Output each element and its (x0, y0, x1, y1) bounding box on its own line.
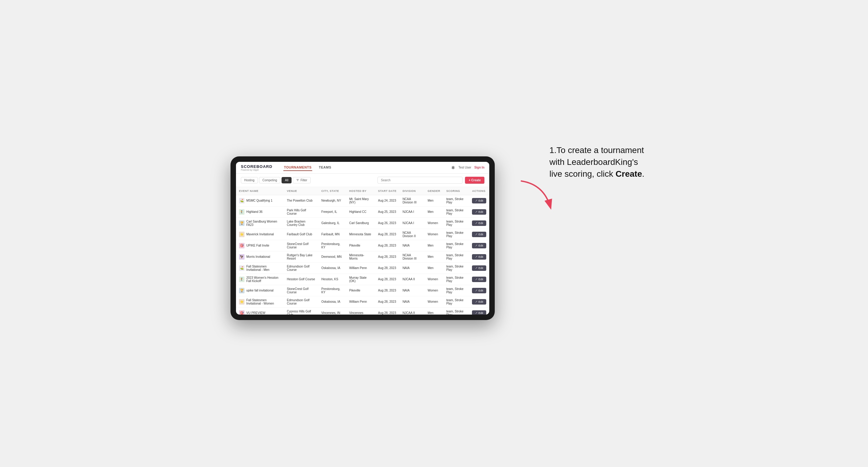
filter-group: Hosting Competing All Filter (241, 177, 311, 183)
event-icon: 🎯 (239, 310, 245, 315)
cell-scoring: team, Stroke Play (443, 296, 469, 307)
logo-sub: Powered by Clippit (241, 169, 272, 171)
pencil-icon (475, 256, 477, 258)
table-header: EVENT NAME VENUE CITY, STATE HOSTED BY S… (236, 187, 489, 195)
cell-division: NCAA Division II (399, 229, 425, 240)
cell-venue: Faribault Golf Club (284, 229, 318, 240)
event-name-text: UPIKE Fall Invite (246, 244, 269, 247)
cell-gender: Men (425, 262, 443, 274)
cell-venue: Lake Bracken Country Club (284, 217, 318, 229)
pencil-icon (475, 267, 477, 269)
cell-division: NJCAA I (399, 206, 425, 217)
cell-division: NAIA (399, 262, 425, 274)
nav-tab-tournaments[interactable]: TOURNAMENTS (283, 164, 312, 171)
event-name-text: Fall Statesmen Invitational - Men (246, 265, 281, 272)
pencil-icon (475, 244, 477, 247)
event-icon: ⛳ (239, 198, 245, 204)
search-input[interactable] (377, 177, 463, 184)
filter-all[interactable]: All (282, 177, 291, 183)
cell-city: Prestonsburg, KY (318, 240, 346, 251)
cell-scoring: team, Stroke Play (443, 251, 469, 262)
edit-button[interactable]: Edit (472, 266, 486, 271)
cell-city: Prestonsburg, KY (318, 285, 346, 296)
cell-hosted: Minnesota State (346, 229, 375, 240)
nav-tab-teams[interactable]: TEAMS (318, 164, 332, 171)
pencil-icon (475, 312, 477, 314)
filter-competing[interactable]: Competing (259, 177, 280, 183)
cell-date: Aug 28, 2023 (375, 274, 400, 285)
cell-scoring: team, Stroke Play (443, 262, 469, 274)
event-icon: 🏆 (239, 220, 245, 226)
cell-scoring: team, Stroke Play (443, 307, 469, 315)
table-row: ⛳ Fall Statesmen Invitational - Men Edmu… (236, 262, 489, 274)
filter-label: Filter (300, 179, 307, 182)
cell-actions: Edit (469, 217, 489, 229)
cell-gender: Men (425, 251, 443, 262)
cell-hosted: Mt. Saint Mary (NY) (346, 195, 375, 206)
cell-date: Aug 28, 2023 (375, 262, 400, 274)
cell-actions: Edit (469, 285, 489, 296)
edit-button[interactable]: Edit (472, 288, 486, 293)
cell-event-name: 🎯 VU PREVIEW (236, 307, 284, 315)
cell-event-name: 🏆 Carl Sandburg Women FA23 (236, 217, 284, 229)
logo-area: SCOREBOARD Powered by Clippit (241, 164, 272, 171)
edit-button[interactable]: Edit (472, 254, 486, 260)
cell-gender: Men (425, 206, 443, 217)
cell-actions: Edit (469, 195, 489, 206)
sign-in-link[interactable]: Sign In (474, 166, 485, 169)
table-row: ⭐ Fall Statesmen Invitational - Women Ed… (236, 296, 489, 307)
edit-button[interactable]: Edit (472, 277, 486, 282)
cell-division: NCAA Division III (399, 251, 425, 262)
edit-button[interactable]: Edit (472, 243, 486, 248)
toolbar: Hosting Competing All Filter (236, 174, 489, 187)
cell-gender: Women (425, 229, 443, 240)
cell-scoring: team, Stroke Play (443, 274, 469, 285)
logo-text: SCOREBOARD (241, 164, 272, 169)
cell-venue: Hesston Golf Course (284, 274, 318, 285)
event-icon: 🎯 (239, 243, 245, 248)
pencil-icon (475, 301, 477, 303)
event-name-text: Morris Invitational (246, 255, 270, 258)
event-icon: 🏌 (239, 209, 245, 215)
cell-division: NJCAA II (399, 307, 425, 315)
event-name-text: MSMC Qualifying 1 (246, 199, 272, 202)
edit-button[interactable]: Edit (472, 220, 486, 226)
edit-button[interactable]: Edit (472, 198, 486, 204)
cell-actions: Edit (469, 274, 489, 285)
tablet-screen: SCOREBOARD Powered by Clippit TOURNAMENT… (236, 162, 489, 315)
table-body: ⛳ MSMC Qualifying 1 The Powelton Club Ne… (236, 195, 489, 315)
cell-date: Aug 28, 2023 (375, 240, 400, 251)
cell-date: Aug 26, 2023 (375, 217, 400, 229)
table-row: 🏆 Carl Sandburg Women FA23 Lake Bracken … (236, 217, 489, 229)
cell-scoring: team, Stroke Play (443, 217, 469, 229)
cell-city: Hesston, KS (318, 274, 346, 285)
settings-icon[interactable] (451, 165, 455, 170)
cell-venue: StoneCrest Golf Course (284, 285, 318, 296)
cell-event-name: ⛳ Fall Statesmen Invitational - Men (236, 262, 284, 274)
col-hosted-by: HOSTED BY (346, 187, 375, 195)
cell-event-name: 🏆 upike fall invitational (236, 285, 284, 296)
cell-city: Faribault, MN (318, 229, 346, 240)
create-button[interactable]: + Create (465, 177, 485, 184)
edit-button[interactable]: Edit (472, 299, 486, 305)
cell-scoring: team, Stroke Play (443, 240, 469, 251)
cell-city: Newburgh, NY (318, 195, 346, 206)
pencil-icon (475, 222, 477, 224)
edit-button[interactable]: Edit (472, 310, 486, 315)
col-event-name: EVENT NAME (236, 187, 284, 195)
event-name-text: Carl Sandburg Women FA23 (246, 220, 281, 226)
filter-icon-btn[interactable]: Filter (293, 177, 310, 183)
cell-hosted: William Penn (346, 262, 375, 274)
col-city: CITY, STATE (318, 187, 346, 195)
edit-button[interactable]: Edit (472, 232, 486, 237)
cell-gender: Men (425, 195, 443, 206)
edit-button[interactable]: Edit (472, 209, 486, 215)
table-row: 🏌 Highland 36 Park Hills Golf Course Fre… (236, 206, 489, 217)
cell-event-name: 🦅 Morris Invitational (236, 251, 284, 262)
event-icon: 🏌 (239, 277, 245, 282)
table-container[interactable]: EVENT NAME VENUE CITY, STATE HOSTED BY S… (236, 187, 489, 315)
cell-event-name: ⛳ MSMC Qualifying 1 (236, 195, 284, 206)
filter-hosting[interactable]: Hosting (241, 177, 258, 183)
tournaments-table: EVENT NAME VENUE CITY, STATE HOSTED BY S… (236, 187, 489, 315)
cell-gender: Men (425, 240, 443, 251)
